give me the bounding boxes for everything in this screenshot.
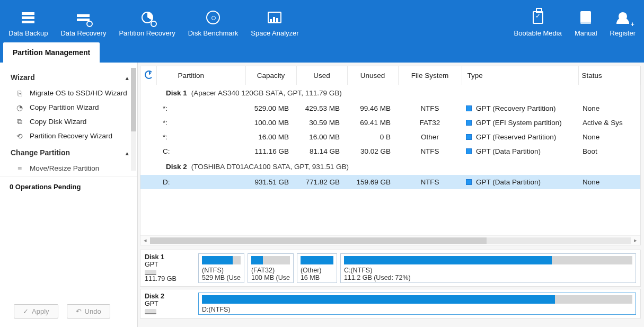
toolbtn-manual[interactable]: Manual <box>568 0 604 42</box>
cell-used: 16.00 MB <box>296 130 347 144</box>
col-used[interactable]: Used <box>296 66 347 85</box>
seg-sub: 16 MB <box>301 274 333 281</box>
col-unused[interactable]: Unused <box>347 66 398 85</box>
sidebar: Wizard ⎘ Migrate OS to SSD/HD Wizard ◔ C… <box>0 63 138 327</box>
sidebar-item-partition-recovery[interactable]: ⟲ Partition Recovery Wizard <box>11 129 131 143</box>
sidebar-item-label: Copy Disk Wizard <box>30 118 86 126</box>
table-horz-scrollbar[interactable]: ◂ ▸ <box>140 235 640 245</box>
disk-header-2[interactable]: Disk 2 (TOSHIBA DT01ACA100 SATA, GPT, 93… <box>140 158 640 175</box>
sidebar-group-wizard[interactable]: Wizard <box>11 68 131 86</box>
seg-label: D:(NTFS) <box>202 306 632 313</box>
cell-status: None <box>578 130 640 144</box>
hdd-icon <box>145 270 156 275</box>
diskbar-info: Disk 2 GPT <box>145 293 195 315</box>
cell-fs: Other <box>398 130 462 144</box>
toolbtn-label: Bootable Media <box>514 29 562 37</box>
table-header-row: Partition Capacity Used Unused File Syst… <box>140 66 640 85</box>
chevron-up-icon <box>126 148 129 157</box>
disk-name: Disk 1 <box>166 89 187 97</box>
book-icon <box>577 9 594 26</box>
seg-sub: 100 MB (Use <box>251 274 290 281</box>
diskbar-seg[interactable]: (NTFS) 529 MB (Use <box>198 253 244 283</box>
toolbtn-space-analyzer[interactable]: Space Analyzer <box>244 0 305 42</box>
diskbar-name: Disk 1 <box>145 253 195 261</box>
cell-unused: 159.69 GB <box>347 175 398 189</box>
undo-button[interactable]: ↶ Undo <box>67 304 110 319</box>
seg-label: (NTFS) <box>202 267 241 274</box>
chevron-up-icon <box>126 73 129 82</box>
disk-header-1[interactable]: Disk 1 (Apacer AS340 120GB SATA, GPT, 11… <box>140 85 640 101</box>
toolbtn-register[interactable]: + Register <box>604 0 642 42</box>
sidebar-item-copy-partition[interactable]: ◔ Copy Partition Wizard <box>11 100 131 114</box>
cell-capacity: 111.16 GB <box>245 144 296 158</box>
refresh-icon[interactable] <box>145 70 153 79</box>
flag-icon <box>466 179 472 185</box>
cell-capacity: 100.00 MB <box>245 116 296 130</box>
person-plus-icon: + <box>614 9 631 26</box>
diskbar-disk2[interactable]: Disk 2 GPT D:(NTFS) <box>140 289 641 319</box>
top-toolbar: Data Backup Data Recovery Partition Reco… <box>0 0 644 42</box>
seg-sub: 111.2 GB (Used: 72%) <box>344 274 632 281</box>
cell-fs: NTFS <box>398 101 462 116</box>
cell-used: 81.14 GB <box>296 144 347 158</box>
partition-row[interactable]: *: 16.00 MB 16.00 MB 0 B Other GPT (Rese… <box>140 130 640 144</box>
col-capacity[interactable]: Capacity <box>245 66 296 85</box>
col-status[interactable]: Status <box>578 66 640 85</box>
col-type[interactable]: Type <box>462 66 578 85</box>
scroll-left-icon[interactable]: ◂ <box>144 237 147 244</box>
diskbar-seg[interactable]: (FAT32) 100 MB (Use <box>248 253 294 283</box>
tab-bar: Partition Management <box>0 42 644 63</box>
cell-status: Active & Sys <box>578 116 640 130</box>
flag-icon <box>466 134 472 140</box>
tab-label: Partition Management <box>13 48 90 57</box>
sidebar-item-label: Partition Recovery Wizard <box>30 132 112 140</box>
cell-letter: D: <box>156 175 245 189</box>
cell-unused: 99.46 MB <box>347 101 398 116</box>
sidebar-scrollbar-thumb[interactable] <box>131 68 136 131</box>
copy-partition-icon: ◔ <box>15 104 24 111</box>
partition-row-selected[interactable]: D: 931.51 GB 771.82 GB 159.69 GB NTFS GP… <box>140 175 640 189</box>
partition-row[interactable]: *: 529.00 MB 429.53 MB 99.46 MB NTFS GPT… <box>140 101 640 116</box>
cell-status: None <box>578 101 640 116</box>
diskbar-seg[interactable]: (Other) 16 MB <box>297 253 337 283</box>
sidebar-group-title: Change Partition <box>11 148 70 157</box>
toolbtn-partition-recovery[interactable]: Partition Recovery <box>112 0 181 42</box>
sidebar-item-move-resize[interactable]: ≡ Move/Resize Partition <box>11 161 131 175</box>
sidebar-item-copy-disk[interactable]: ⧉ Copy Disk Wizard <box>11 114 131 129</box>
toolbtn-disk-benchmark[interactable]: Disk Benchmark <box>182 0 245 42</box>
diskbar-type: GPT <box>145 261 195 268</box>
toolbtn-label: Register <box>610 29 636 37</box>
diskbar-seg[interactable]: C:(NTFS) 111.2 GB (Used: 72%) <box>340 253 636 283</box>
sidebar-item-label: Copy Partition Wizard <box>30 103 99 111</box>
cell-fs: FAT32 <box>398 116 462 130</box>
diskbar-disk1[interactable]: Disk 1 GPT 111.79 GB (NTFS) 529 MB (Use … <box>140 250 641 287</box>
seg-label: (Other) <box>301 267 333 274</box>
col-filesystem[interactable]: File System <box>398 66 462 85</box>
cell-used: 30.59 MB <box>296 116 347 130</box>
flag-icon <box>466 105 472 111</box>
cell-type: GPT (Data Partition) <box>476 147 541 155</box>
toolbtn-data-backup[interactable]: Data Backup <box>2 0 54 42</box>
cell-letter: *: <box>156 116 245 130</box>
cell-status: Boot <box>578 144 640 158</box>
stack-icon <box>20 9 37 26</box>
sidebar-group-change-partition[interactable]: Change Partition <box>11 143 131 161</box>
toolbtn-data-recovery[interactable]: Data Recovery <box>54 0 112 42</box>
seg-sub: 529 MB (Use <box>202 274 241 281</box>
col-partition[interactable]: Partition <box>156 66 245 85</box>
apply-button[interactable]: ✓ Apply <box>14 304 58 319</box>
usb-check-icon: ✓ <box>530 9 546 26</box>
sidebar-item-migrate-os[interactable]: ⎘ Migrate OS to SSD/HD Wizard <box>11 86 131 100</box>
cell-unused: 30.02 GB <box>347 144 398 158</box>
scroll-right-icon[interactable]: ▸ <box>634 237 637 244</box>
diskbar-seg-selected[interactable]: D:(NTFS) <box>198 293 636 315</box>
cell-type: GPT (Reserved Partition) <box>476 133 556 141</box>
cell-unused: 69.41 MB <box>347 116 398 130</box>
toolbtn-bootable-media[interactable]: ✓ Bootable Media <box>508 0 568 42</box>
chart-icon <box>266 9 283 26</box>
partition-row[interactable]: C: 111.16 GB 81.14 GB 30.02 GB NTFS GPT … <box>140 144 640 158</box>
cell-type: GPT (Recovery Partition) <box>476 104 556 112</box>
tab-partition-management[interactable]: Partition Management <box>3 42 100 63</box>
flag-icon <box>466 148 472 154</box>
partition-row[interactable]: *: 100.00 MB 30.59 MB 69.41 MB FAT32 GPT… <box>140 116 640 130</box>
